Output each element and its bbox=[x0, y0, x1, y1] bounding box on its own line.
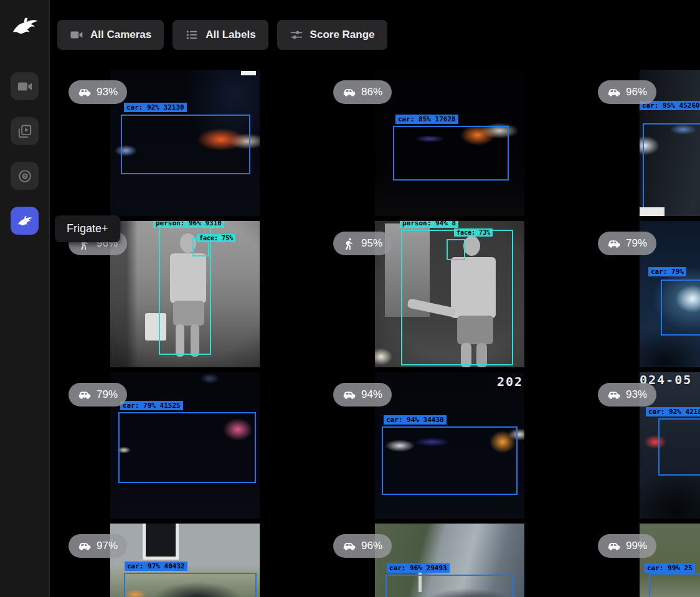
bbox-label: car: 94% 34430 bbox=[384, 415, 447, 425]
thumbnail-image[interactable]: person: 96% 9310 face: 75% bbox=[110, 221, 260, 367]
osd-fragment bbox=[241, 71, 256, 75]
bbox-label: car: 79% bbox=[648, 267, 686, 276]
frigate-logo-icon[interactable] bbox=[10, 11, 40, 41]
camera-icon bbox=[17, 78, 33, 95]
all-labels-button[interactable]: All Labels bbox=[173, 20, 268, 50]
review-icon bbox=[17, 123, 33, 139]
score-text: 99% bbox=[626, 540, 647, 552]
score-badge: 79% bbox=[598, 232, 656, 255]
score-badge: 97% bbox=[69, 534, 127, 558]
score-badge: 99% bbox=[598, 534, 656, 558]
bbox-label: face: 73% bbox=[454, 228, 493, 237]
score-badge: 93% bbox=[598, 383, 656, 407]
all-cameras-label: All Cameras bbox=[90, 29, 151, 41]
thumbnail-image[interactable]: car: 96% 29493 bbox=[375, 524, 524, 597]
thumbnail-image[interactable]: person: 94% 8 face: 73% bbox=[375, 221, 524, 367]
detection-card[interactable]: 96% car: 96% 29493 bbox=[318, 521, 582, 597]
score-text: 97% bbox=[97, 540, 118, 552]
score-text: 95% bbox=[361, 237, 382, 250]
score-badge: 96% bbox=[333, 534, 392, 558]
thumbnail-image[interactable]: car: 79% 41525 bbox=[110, 372, 260, 519]
score-badge: 86% bbox=[333, 80, 392, 104]
person-icon bbox=[343, 237, 356, 250]
bbox bbox=[121, 115, 250, 174]
labels-filter-icon bbox=[185, 28, 199, 42]
detection-card[interactable]: 79% car: 79% bbox=[582, 219, 700, 370]
car-icon bbox=[607, 86, 620, 99]
bbox bbox=[118, 412, 256, 483]
score-text: 93% bbox=[97, 86, 118, 98]
bbox-label: person: 96% 9310 bbox=[153, 221, 224, 228]
frigate-plus-tooltip: Frigate+ bbox=[55, 215, 120, 242]
bbox bbox=[447, 239, 465, 260]
car-icon bbox=[607, 388, 620, 402]
bbox-label: car: 92% 4218 bbox=[646, 407, 700, 416]
score-range-icon bbox=[290, 28, 303, 42]
car-icon bbox=[607, 540, 620, 553]
car-icon bbox=[78, 540, 91, 553]
thumbnail-image[interactable]: car: 92% 32130 bbox=[110, 70, 260, 216]
car-icon bbox=[607, 237, 620, 250]
export-disc-icon bbox=[17, 168, 33, 184]
bbox-label: car: 97% 40432 bbox=[125, 562, 187, 571]
bbox bbox=[382, 426, 518, 495]
score-badge: 79% bbox=[69, 383, 127, 407]
score-badge: 94% bbox=[333, 383, 392, 407]
score-text: 79% bbox=[97, 388, 118, 401]
bbox-label: car: 99% 25 bbox=[645, 563, 695, 573]
sidebar bbox=[0, 0, 50, 597]
bbox bbox=[649, 573, 700, 597]
house-door bbox=[143, 524, 179, 560]
detection-card[interactable]: 97% car: 97% 40432 bbox=[53, 521, 318, 597]
car-icon bbox=[78, 388, 91, 402]
car-icon bbox=[78, 86, 91, 99]
bbox-label: car: 79% 41525 bbox=[120, 401, 183, 410]
sidebar-item-frigate-plus[interactable] bbox=[11, 207, 39, 235]
score-text: 96% bbox=[626, 86, 647, 98]
detection-card[interactable]: 95% person: 94% 8 face: 73% bbox=[318, 219, 582, 370]
score-text: 86% bbox=[361, 86, 382, 98]
detection-card[interactable]: 96% car: 95% 45260 bbox=[582, 67, 700, 219]
car-icon bbox=[343, 540, 356, 553]
frigate-plus-icon bbox=[16, 212, 34, 230]
all-cameras-button[interactable]: All Cameras bbox=[57, 20, 164, 50]
score-range-button[interactable]: Score Range bbox=[277, 20, 387, 50]
bbox bbox=[385, 575, 514, 597]
filter-toolbar: All Cameras All Labels Score Range bbox=[57, 20, 387, 50]
detection-card[interactable]: 93% car: 92% 32130 bbox=[53, 67, 318, 219]
bbox bbox=[124, 573, 257, 597]
bbox bbox=[393, 126, 509, 181]
car-icon bbox=[343, 388, 356, 402]
sidebar-item-export[interactable] bbox=[11, 162, 39, 190]
bbox bbox=[661, 280, 700, 336]
all-labels-label: All Labels bbox=[206, 29, 255, 41]
camera-filter-icon bbox=[70, 28, 83, 42]
detection-card[interactable]: 79% car: 79% 41525 bbox=[53, 370, 318, 521]
score-text: 79% bbox=[626, 237, 647, 250]
bbox-label: car: 92% 32130 bbox=[124, 103, 187, 112]
score-text: 93% bbox=[626, 388, 647, 401]
score-text: 94% bbox=[361, 388, 382, 401]
sidebar-item-review[interactable] bbox=[11, 117, 39, 145]
thumbnail-image[interactable]: car: 85% 17628 bbox=[375, 70, 524, 216]
thumbnail-image[interactable]: 202 car: 94% 34430 bbox=[375, 372, 524, 519]
score-badge: 95% bbox=[333, 232, 392, 255]
thumbnail-image[interactable]: car: 97% 40432 bbox=[110, 524, 260, 597]
detection-card[interactable]: 86% car: 85% 17628 bbox=[318, 67, 582, 219]
detection-card[interactable]: 99% car: 99% 25 bbox=[582, 521, 700, 597]
sidebar-item-live[interactable] bbox=[11, 72, 39, 100]
score-badge: 96% bbox=[598, 80, 656, 104]
car-icon bbox=[343, 86, 356, 99]
bbox bbox=[643, 123, 700, 216]
bbox-label: car: 85% 17628 bbox=[395, 115, 458, 124]
bbox-label: face: 75% bbox=[197, 234, 235, 242]
score-range-label: Score Range bbox=[310, 29, 375, 41]
camera-timestamp: 202 bbox=[497, 374, 523, 389]
detection-card[interactable]: 94% 202 car: 94% 34430 bbox=[318, 370, 582, 521]
bbox-label: person: 94% 8 bbox=[400, 221, 458, 228]
bbox-label: car: 96% 29493 bbox=[387, 563, 450, 573]
detection-card[interactable]: 93% 024-05 0 car: 92% 4218 bbox=[582, 370, 700, 521]
scene-highlight bbox=[640, 207, 665, 216]
bbox bbox=[658, 418, 700, 476]
score-badge: 93% bbox=[69, 80, 127, 104]
